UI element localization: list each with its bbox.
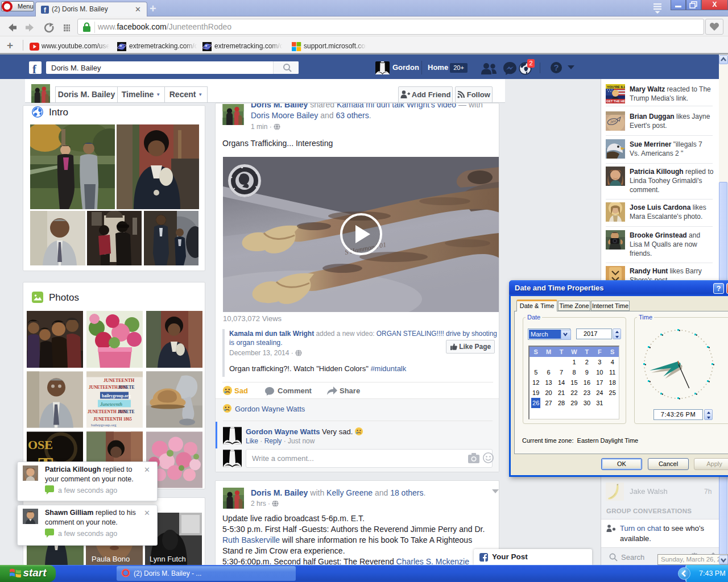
svg-text:JUNETEENTH 1865: JUNETEENTH 1865 (93, 417, 132, 422)
svg-text:JUNETE: JUNETE (118, 409, 135, 414)
svg-text:GET THE HELL OUT: GET THE HELL OUT (606, 99, 625, 103)
svg-text:baileygroup.org: baileygroup.org (102, 393, 131, 398)
svg-text:baileygroup.org: baileygroup.org (91, 423, 117, 427)
svg-text:JUNETE: JUNETE (118, 385, 135, 390)
svg-text:YOU'RE ILLEGAL: YOU'RE ILLEGAL (607, 85, 625, 89)
svg-text:JUNETEENTH: JUNETEENTH (104, 378, 135, 383)
svg-text:Juneteenth: Juneteenth (100, 401, 122, 407)
svg-text:OSE: OSE (28, 438, 53, 452)
svg-text:Lynn Futch: Lynn Futch (150, 555, 186, 563)
svg-text:Paula Bono: Paula Bono (92, 555, 130, 563)
